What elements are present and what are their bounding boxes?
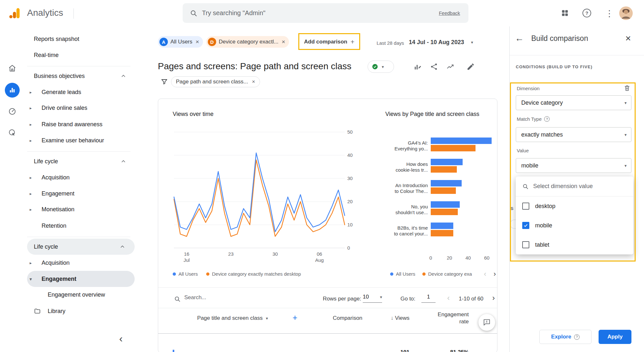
- match-type-select[interactable]: exactly matches▾: [516, 127, 631, 142]
- arrow-right-icon: ▸: [30, 106, 42, 110]
- nav-monetisation[interactable]: ▸Monetisation: [24, 201, 136, 217]
- feedback-link[interactable]: Feedback: [439, 10, 460, 16]
- nav-drive-online-sales[interactable]: ▸Drive online sales: [24, 100, 136, 116]
- nav-section-life-cycle-1[interactable]: Life cycle: [24, 153, 136, 169]
- filter-chip[interactable]: Page path and screen class... ×: [171, 76, 260, 87]
- folder-icon: [34, 308, 41, 315]
- search-icon: [522, 183, 529, 190]
- option-tablet[interactable]: tablet: [516, 235, 633, 254]
- search-input[interactable]: [202, 9, 395, 17]
- nav-section-business-objectives[interactable]: Business objectives: [24, 68, 136, 84]
- arrow-right-icon: ▸: [30, 191, 42, 196]
- insights-icon[interactable]: [446, 62, 455, 71]
- advertising-icon[interactable]: [8, 128, 16, 137]
- apps-grid-icon[interactable]: [561, 9, 569, 17]
- bar-category-label: An Introduction to Colour The...: [385, 178, 428, 199]
- row-engagement-value: 81.25%: [432, 349, 469, 352]
- dimension-value-search-input[interactable]: [533, 183, 620, 190]
- table-search-input[interactable]: [184, 294, 255, 301]
- legend-next-icon[interactable]: ›: [494, 270, 496, 278]
- column-header-engagement-rate[interactable]: Engagement rate: [432, 311, 469, 325]
- top-bar: Analytics Feedback ? ⋮: [0, 0, 644, 26]
- legend-prev-icon[interactable]: ‹: [484, 270, 486, 278]
- bar-all-users: [431, 223, 453, 229]
- rows-per-page-select[interactable]: 10 ▾: [363, 294, 382, 303]
- add-comparison-button[interactable]: Add comparison +: [300, 36, 358, 48]
- close-icon[interactable]: ×: [252, 79, 255, 85]
- comparison-chip-device-category[interactable]: D Device category exactl... ×: [206, 36, 289, 48]
- customize-chart-icon[interactable]: [413, 62, 422, 71]
- page-next-icon[interactable]: ›: [492, 293, 495, 302]
- column-header-views[interactable]: ↓ Views: [370, 315, 409, 321]
- bar-all-users: [431, 159, 463, 165]
- nav-library[interactable]: Library: [24, 303, 136, 319]
- explore-button[interactable]: Explore ?: [539, 330, 591, 344]
- close-icon[interactable]: ×: [282, 38, 285, 45]
- goto-page-input[interactable]: 1: [421, 294, 436, 303]
- nav-real-time[interactable]: Real-time: [24, 47, 136, 63]
- nav-engagement-overview[interactable]: Engagement overview: [24, 287, 136, 303]
- explore-icon[interactable]: [8, 107, 16, 116]
- bar-comparison: [431, 166, 457, 173]
- back-arrow-icon[interactable]: ←: [515, 33, 524, 43]
- feedback-fab[interactable]: [478, 314, 495, 331]
- help-circle-icon: ?: [574, 334, 580, 340]
- legend-dot-comparison: [422, 272, 426, 276]
- collapse-nav-icon[interactable]: ‹: [119, 333, 123, 345]
- value-select[interactable]: mobile▾: [516, 158, 631, 173]
- nav-engagement-2-selected[interactable]: ▾Engagement: [27, 271, 135, 287]
- trash-icon[interactable]: [623, 84, 631, 92]
- close-icon[interactable]: ×: [196, 38, 199, 45]
- feedback-bubble-icon: [483, 318, 491, 327]
- share-icon[interactable]: [430, 62, 438, 71]
- help-circle-icon[interactable]: ?: [544, 116, 550, 122]
- dimension-value-dropdown: desktop mobile tablet: [516, 176, 633, 254]
- search-bar[interactable]: Feedback: [183, 3, 468, 23]
- option-mobile[interactable]: mobile: [516, 216, 633, 235]
- checkbox-unchecked-icon[interactable]: [522, 203, 529, 210]
- svg-text:16: 16: [184, 251, 189, 257]
- svg-text:23: 23: [228, 251, 234, 257]
- nav-reports-snapshot[interactable]: Reports snapshot: [24, 31, 136, 47]
- nav-examine-user-behaviour[interactable]: ▸Examine user behaviour: [24, 132, 136, 148]
- checkbox-unchecked-icon[interactable]: [522, 241, 529, 248]
- nav-acquisition-1[interactable]: ▸Acquisition: [24, 169, 136, 186]
- dropdown-search-row[interactable]: [516, 176, 633, 196]
- add-column-button[interactable]: +: [293, 313, 297, 323]
- option-desktop[interactable]: desktop: [516, 196, 633, 216]
- nav-generate-leads[interactable]: ▸Generate leads: [24, 84, 136, 100]
- bar-comparison: [431, 209, 458, 215]
- data-quality-badge[interactable]: ▾: [368, 61, 394, 73]
- edit-pencil-icon[interactable]: [466, 62, 475, 71]
- dimension-select[interactable]: Device category▾: [516, 95, 631, 110]
- date-range-selector[interactable]: 14 Jul - 10 Aug 2023: [409, 39, 464, 46]
- avatar[interactable]: [619, 6, 633, 20]
- help-icon[interactable]: ?: [582, 9, 591, 17]
- nav-engagement-1[interactable]: ▸Engagement: [24, 186, 136, 202]
- column-header-comparison: Comparison: [333, 315, 362, 321]
- comparison-chip-all-users[interactable]: A All Users ×: [158, 36, 203, 48]
- nav-retention[interactable]: Retention: [24, 218, 136, 234]
- table-search-icon: [174, 296, 181, 302]
- nav-raise-brand-awareness[interactable]: ▸Raise brand awareness: [24, 116, 136, 132]
- bar-chart-title: Views by Page title and screen class: [385, 111, 479, 118]
- nav-acquisition-2[interactable]: ▸Acquisition: [24, 255, 136, 271]
- legend-dot-comparison: [206, 272, 209, 276]
- panel-close-icon[interactable]: ×: [625, 33, 631, 44]
- filter-funnel-icon: [160, 78, 168, 86]
- apply-button[interactable]: Apply: [599, 330, 631, 344]
- checkbox-checked-icon[interactable]: [522, 222, 529, 229]
- chevron-down-icon[interactable]: ▾: [471, 40, 473, 45]
- home-icon[interactable]: [8, 64, 16, 72]
- reports-icon[interactable]: [5, 83, 20, 98]
- svg-text:20: 20: [347, 199, 353, 204]
- panel-divider: [510, 55, 644, 55]
- kebab-menu-icon[interactable]: ⋮: [605, 8, 614, 19]
- bar-category-label: GA4's AI: Everything yo...: [385, 135, 428, 157]
- page-prev-icon[interactable]: ‹: [447, 293, 450, 302]
- nav-section-life-cycle-2[interactable]: Life cycle: [27, 239, 135, 255]
- chevron-down-icon: ▾: [380, 295, 382, 300]
- column-header-primary[interactable]: Page title and screen class ▾: [197, 315, 268, 321]
- icon-rail: ⚙: [0, 26, 24, 352]
- svg-text:30: 30: [273, 251, 278, 257]
